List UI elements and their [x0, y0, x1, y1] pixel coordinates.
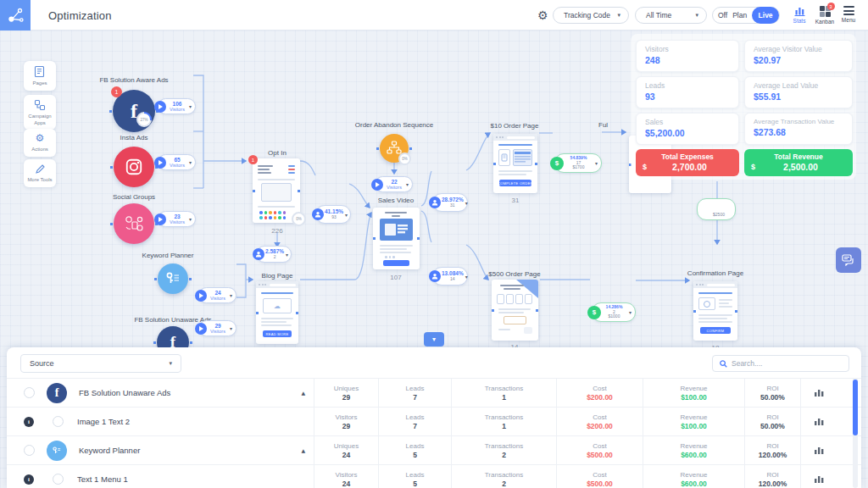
chevron-down-icon: ▾ — [617, 12, 620, 19]
chart-icon[interactable] — [800, 436, 837, 464]
cell-transactions: Transactions1 — [451, 379, 556, 407]
bar-chart-icon — [794, 6, 805, 16]
confirm-button[interactable]: CONFIRM — [700, 327, 731, 334]
page-10-order[interactable]: COMPLETE ORDER — [493, 134, 537, 193]
total-revenue-banner: Total Revenue $2,500.00 — [744, 149, 853, 176]
mode-live[interactable]: Live — [752, 7, 779, 24]
cell-leads: Leads5 — [378, 436, 451, 464]
table-row[interactable]: i Image 1 Text 2 Visitors29 Leads7 Trans… — [7, 408, 861, 436]
pill-order10-sale[interactable]: $ 54.839%17$1700 ▾ — [554, 153, 602, 173]
mode-toggle[interactable]: Off Plan Live — [712, 7, 780, 24]
page-confirmation[interactable]: CONFIRM — [693, 281, 737, 341]
mode-plan[interactable]: Plan — [732, 11, 752, 19]
chevron-down-icon[interactable]: ▾ — [286, 252, 288, 258]
pill-abandon-visitors[interactable]: 22Visitors ▾ — [375, 176, 413, 192]
chevron-down-icon[interactable]: ▾ — [189, 159, 192, 165]
pill-order500-sale[interactable]: $ 14.286%2$1000 ▾ — [592, 302, 636, 322]
analytics-panel: Source ▾ f FB Solution Unaware Ads ▲ Uni… — [7, 347, 861, 488]
lead-magnet-thumb — [384, 222, 409, 237]
page-sales-video[interactable] — [373, 208, 420, 269]
chevron-down-icon[interactable]: ▾ — [595, 160, 598, 166]
search-input[interactable] — [732, 359, 833, 368]
cell-leads: Leads7 — [378, 408, 451, 435]
toolbox-item-pages[interactable]: Pages — [24, 61, 56, 91]
pill-fb-unaware-visitors[interactable]: 29Visitors ▾ — [198, 320, 236, 336]
chevron-down-icon[interactable]: ▾ — [629, 309, 632, 315]
chart-icon[interactable] — [800, 379, 837, 407]
person-icon — [429, 197, 441, 208]
page-blog[interactable]: ☁ READ MORE — [256, 281, 298, 344]
cell-transactions: Transactions2 — [451, 465, 556, 488]
cell-visitors: Visitors29 — [314, 408, 378, 435]
read-more-button[interactable]: READ MORE — [263, 330, 292, 337]
row-radio[interactable] — [53, 474, 64, 485]
nav-stats[interactable]: Stats — [787, 6, 812, 24]
table-row[interactable]: Keyword Planner ▲ Uniques24 Leads5 Trans… — [7, 436, 861, 465]
app-logo[interactable] — [0, 0, 31, 30]
collapse-row-icon[interactable]: ▲ — [301, 447, 305, 453]
info-icon[interactable]: i — [24, 417, 34, 427]
chart-icon[interactable] — [800, 408, 837, 435]
chevron-down-icon[interactable]: ▾ — [465, 200, 468, 206]
table-scrollbar[interactable] — [853, 380, 858, 435]
chat-support-button[interactable] — [836, 247, 861, 273]
person-icon — [429, 270, 441, 282]
node-insta-ads[interactable] — [114, 147, 154, 187]
chart-icon[interactable] — [800, 465, 837, 488]
nav-menu[interactable]: Menu — [836, 6, 861, 23]
pill-optin-conversion[interactable]: 41.15%93 ▾ — [315, 205, 351, 224]
pill-social-visitors[interactable]: 23Visitors ▾ — [158, 211, 196, 227]
chevron-down-icon[interactable]: ▾ — [230, 292, 232, 298]
node-label-order10: $10 Order Page — [491, 122, 539, 130]
complete-order-button[interactable]: COMPLETE ORDER — [499, 180, 531, 186]
row-radio[interactable] — [24, 445, 35, 456]
campaign-apps-icon — [34, 99, 46, 111]
cell-uniques: Uniques24 — [314, 436, 378, 464]
tracking-code-dropdown[interactable]: Tracking Code ▾ — [553, 7, 629, 24]
node-social-groups[interactable] — [114, 203, 154, 244]
time-filter-dropdown[interactable]: All Time ▾ — [635, 7, 707, 24]
pill-order500-conversion[interactable]: 13.084%14 ▾ — [432, 267, 468, 286]
node-keyword-planner[interactable] — [158, 263, 188, 294]
info-icon[interactable]: i — [24, 474, 34, 485]
chevron-down-icon[interactable]: ▾ — [465, 274, 468, 280]
check-circle-icon — [704, 301, 710, 308]
cell-revenue: Revenue$600.00 — [643, 436, 744, 464]
chevron-down-icon[interactable]: ▾ — [189, 216, 192, 222]
social-doodle-icon — [122, 212, 146, 236]
toolbox-item-more-tools[interactable]: More Tools — [24, 159, 56, 187]
chevron-down-icon[interactable]: ▾ — [406, 181, 409, 187]
nav-kanban[interactable]: 3 Kanban — [812, 6, 837, 25]
funnel-network-icon — [6, 6, 25, 25]
cell-roi: ROI120.00% — [744, 465, 800, 488]
stat-card-avg-lead-value: Average Lead Value $55.91 — [744, 76, 853, 108]
cell-roi: ROI50.00% — [744, 408, 800, 435]
pill-fb-aware-visitors[interactable]: 106Visitors ▾ — [158, 98, 196, 114]
pill-insta-visitors[interactable]: 65Visitors ▾ — [158, 154, 196, 170]
cell-revenue: Revenue$600.00 — [643, 465, 744, 488]
collapse-row-icon[interactable]: ▲ — [301, 390, 305, 396]
mode-off[interactable]: Off — [713, 11, 732, 19]
cell-revenue: Revenue$100.00 — [643, 408, 744, 435]
collapse-panel-button[interactable]: ▾ — [424, 332, 444, 347]
row-radio[interactable] — [24, 387, 35, 398]
gear-icon[interactable]: ⚙ — [537, 8, 548, 23]
chevron-down-icon[interactable]: ▾ — [345, 212, 348, 218]
pill-blog-conversion[interactable]: 2.587%2 ▾ — [256, 246, 292, 263]
source-select[interactable]: Source ▾ — [20, 354, 181, 373]
page-500-order[interactable] — [492, 280, 538, 341]
search-box[interactable] — [712, 355, 849, 372]
chevron-down-icon[interactable]: ▾ — [189, 103, 192, 109]
pill-order10-conversion[interactable]: 28.972%31 ▾ — [432, 193, 468, 212]
table-row[interactable]: i Text 1 Menu 1 Visitors24 Leads5 Transa… — [7, 465, 861, 488]
toolbox-item-actions[interactable]: ⚙ Actions — [24, 129, 56, 157]
pill-keyword-visitors[interactable]: 24Visitors ▾ — [198, 287, 236, 303]
chevron-down-icon[interactable]: ▾ — [230, 325, 232, 331]
cell-cost: Cost$500.00 — [556, 465, 643, 488]
table-row[interactable]: f FB Solution Unaware Ads ▲ Uniques29 Le… — [7, 379, 861, 408]
gear-icon: ⚙ — [36, 133, 45, 144]
pill-hidden-sale[interactable]: $2500 — [697, 198, 736, 220]
row-radio[interactable] — [53, 416, 64, 427]
toolbox-item-campaign-apps[interactable]: Campaign Apps — [24, 95, 56, 130]
play-icon — [154, 157, 166, 169]
